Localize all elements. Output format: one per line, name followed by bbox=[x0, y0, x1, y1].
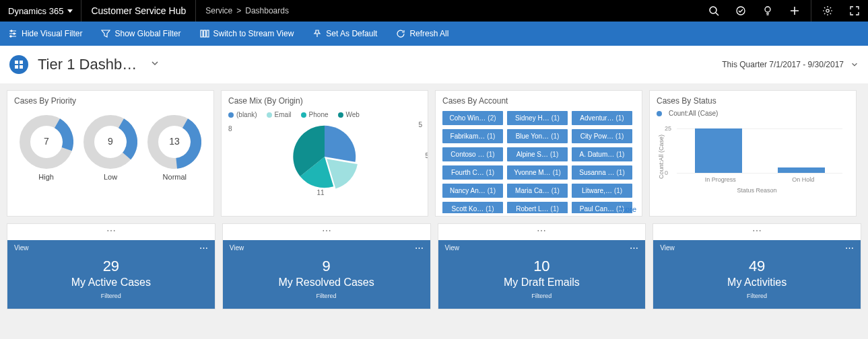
card-title: Case Mix (By Origin) bbox=[228, 96, 421, 106]
topbar-icons bbox=[700, 0, 868, 22]
breadcrumb: Service > Dashboards bbox=[196, 6, 298, 15]
title-row: Tier 1 Dashb… This Quarter 7/1/2017 - 9/… bbox=[0, 46, 868, 83]
refresh-all-button[interactable]: Refresh All bbox=[393, 29, 451, 38]
svg-point-9 bbox=[11, 30, 12, 32]
dashboard-title: Tier 1 Dashb… bbox=[38, 56, 137, 73]
breadcrumb-current[interactable]: Dashboards bbox=[245, 6, 289, 15]
stream-menu-icon[interactable]: ⋯ bbox=[223, 224, 430, 240]
stream-body-menu-icon[interactable]: ⋯ bbox=[199, 243, 208, 253]
stream-filtered-label: Filtered bbox=[660, 293, 854, 299]
donut-normal[interactable]: 13 Normal bbox=[147, 115, 201, 181]
add-icon[interactable] bbox=[781, 0, 808, 22]
stream-card: ⋯ View ⋯ 29 My Active Cases Filtered bbox=[7, 223, 215, 309]
status-bar[interactable] bbox=[695, 128, 742, 173]
stream-card: ⋯ View ⋯ 10 My Draft Emails Filtered bbox=[438, 223, 646, 309]
status-bar-chart[interactable]: Count:All (Case) 0 25 In ProgressOn Hold… bbox=[657, 120, 849, 194]
account-tag[interactable]: Yvonne M…(1) bbox=[507, 165, 568, 180]
pin-icon bbox=[312, 29, 322, 38]
stream-body-menu-icon[interactable]: ⋯ bbox=[845, 243, 854, 253]
stream-filtered-label: Filtered bbox=[230, 293, 424, 299]
stream-name: My Activities bbox=[660, 276, 854, 289]
sliders-icon bbox=[8, 29, 18, 38]
svg-point-10 bbox=[13, 33, 15, 34]
origin-pie[interactable]: 5 5 11 8 bbox=[228, 120, 421, 194]
svg-rect-14 bbox=[207, 30, 209, 37]
svg-rect-12 bbox=[201, 30, 203, 37]
stream-view-link[interactable]: View bbox=[660, 244, 675, 252]
stream-card: ⋯ View ⋯ 49 My Activities Filtered bbox=[653, 223, 861, 309]
gear-icon[interactable] bbox=[814, 0, 841, 22]
dashboard-icon bbox=[9, 55, 28, 74]
pie-legend: (blank) Email Phone Web bbox=[228, 111, 421, 118]
account-tag[interactable]: Litware,…(1) bbox=[572, 184, 632, 198]
more-link[interactable]: more bbox=[620, 205, 636, 213]
columns-icon bbox=[200, 29, 209, 38]
stream-view-link[interactable]: View bbox=[230, 244, 244, 252]
pie-label: 5 bbox=[418, 121, 422, 128]
set-default-button[interactable]: Set As Default bbox=[310, 29, 380, 38]
account-tag[interactable]: Blue Yon…(1) bbox=[507, 129, 568, 143]
stream-menu-icon[interactable]: ⋯ bbox=[438, 224, 646, 240]
account-tag[interactable]: Scott Ko…(1) bbox=[442, 202, 503, 213]
card-case-mix-by-origin: Case Mix (By Origin) (blank) Email Phone… bbox=[221, 90, 428, 217]
visual-filter-row: Cases By Priority 7 High 9 Low bbox=[0, 83, 868, 217]
stream-count: 49 bbox=[660, 258, 854, 275]
account-tag[interactable]: Contoso …(1) bbox=[442, 147, 503, 161]
chevron-down-icon bbox=[850, 61, 859, 69]
pie-label: 11 bbox=[317, 189, 325, 196]
account-tag[interactable]: Adventur…(1) bbox=[572, 111, 632, 125]
lightbulb-icon[interactable] bbox=[754, 0, 781, 22]
account-tag[interactable]: Sidney H…(1) bbox=[507, 111, 568, 125]
streams-row: ⋯ View ⋯ 29 My Active Cases Filtered ⋯ V… bbox=[0, 217, 868, 316]
brand-switcher[interactable]: Dynamics 365 bbox=[0, 6, 81, 16]
switch-stream-button[interactable]: Switch to Stream View bbox=[197, 29, 297, 38]
breadcrumb-root[interactable]: Service bbox=[205, 6, 232, 15]
hide-visual-filter-button[interactable]: Hide Visual Filter bbox=[5, 29, 85, 38]
svg-point-2 bbox=[737, 7, 745, 15]
bar-legend: Count:All (Case) bbox=[657, 110, 849, 117]
svg-text:13: 13 bbox=[170, 136, 180, 147]
breadcrumb-sep: > bbox=[236, 6, 241, 15]
account-tag[interactable]: Nancy An…(1) bbox=[442, 184, 503, 198]
chevron-down-icon bbox=[67, 9, 73, 13]
card-title: Cases By Priority bbox=[14, 96, 207, 106]
svg-rect-18 bbox=[20, 65, 23, 69]
fullscreen-icon[interactable] bbox=[841, 0, 868, 22]
stream-name: My Active Cases bbox=[14, 276, 208, 289]
svg-rect-16 bbox=[20, 61, 23, 64]
account-tag[interactable]: Susanna …(1) bbox=[572, 165, 632, 180]
account-tag[interactable]: City Pow…(1) bbox=[572, 129, 632, 143]
svg-text:7: 7 bbox=[44, 136, 49, 147]
top-bar: Dynamics 365 Customer Service Hub Servic… bbox=[0, 0, 868, 22]
dashboard-picker[interactable] bbox=[150, 59, 160, 71]
svg-line-1 bbox=[716, 13, 719, 15]
stream-menu-icon[interactable]: ⋯ bbox=[653, 224, 861, 240]
task-icon[interactable] bbox=[727, 0, 754, 22]
donut-low[interactable]: 9 Low bbox=[84, 115, 137, 181]
account-tag-area[interactable]: Coho Win…(2) Sidney H…(1) Adventur…(1) F… bbox=[442, 111, 635, 213]
stream-count: 9 bbox=[230, 258, 424, 275]
stream-body-menu-icon[interactable]: ⋯ bbox=[415, 243, 424, 253]
account-tag[interactable]: Fabrikam…(1) bbox=[442, 129, 503, 143]
show-global-filter-button[interactable]: Show Global Filter bbox=[98, 29, 183, 38]
stream-menu-icon[interactable]: ⋯ bbox=[7, 224, 215, 240]
stream-view-link[interactable]: View bbox=[445, 244, 460, 252]
brand-label: Dynamics 365 bbox=[8, 6, 63, 16]
app-name[interactable]: Customer Service Hub bbox=[81, 0, 196, 22]
account-tag[interactable]: Maria Ca…(1) bbox=[507, 184, 568, 198]
search-icon[interactable] bbox=[700, 0, 727, 22]
status-bar[interactable] bbox=[778, 167, 825, 173]
account-tag[interactable]: Coho Win…(2) bbox=[442, 111, 503, 125]
stream-view-link[interactable]: View bbox=[14, 244, 29, 252]
account-tag[interactable]: A. Datum…(1) bbox=[572, 147, 632, 161]
card-cases-by-status: Cases By Status Count:All (Case) Count:A… bbox=[649, 90, 857, 217]
funnel-icon bbox=[101, 29, 110, 38]
donut-high[interactable]: 7 High bbox=[20, 115, 73, 181]
account-tag[interactable]: Alpine S…(1) bbox=[507, 147, 568, 161]
date-range-picker[interactable]: This Quarter 7/1/2017 - 9/30/2017 bbox=[722, 60, 859, 69]
stream-body-menu-icon[interactable]: ⋯ bbox=[630, 243, 638, 253]
account-tag[interactable]: Fourth C…(1) bbox=[442, 165, 503, 180]
svg-point-11 bbox=[10, 36, 11, 37]
account-tag[interactable]: Robert L…(1) bbox=[507, 202, 568, 213]
stream-count: 10 bbox=[445, 258, 639, 275]
